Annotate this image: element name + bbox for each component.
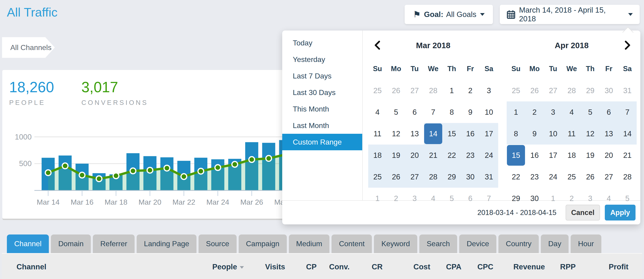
goal-dropdown-button[interactable]: ⚑ Goal: All Goals [405, 5, 493, 24]
calendar-day[interactable]: 6 [600, 101, 618, 123]
calendar-day[interactable]: 20 [600, 145, 618, 166]
calendar-day[interactable]: 25 [368, 80, 387, 101]
conversions-point-mar-17[interactable] [96, 176, 102, 182]
calendar-day[interactable]: 11 [562, 123, 581, 145]
tab-referrer[interactable]: Referrer [93, 234, 134, 253]
calendar-day[interactable]: 24 [544, 166, 562, 188]
column-header-visits[interactable]: Visits [265, 254, 285, 279]
calendar-day[interactable]: 3 [544, 101, 562, 123]
calendar-day[interactable]: 14 [618, 123, 637, 145]
calendar-day[interactable]: 21 [618, 145, 637, 166]
conversions-point-mar-20[interactable] [147, 167, 153, 173]
calendar-day[interactable]: 27 [544, 80, 562, 101]
column-header-cp[interactable]: CP [306, 254, 316, 279]
conversions-point-mar-27[interactable] [266, 156, 272, 161]
calendar-day[interactable]: 16 [461, 123, 480, 145]
tab-country[interactable]: Country [498, 234, 539, 253]
calendar-day[interactable]: 30 [600, 80, 618, 101]
calendar-day[interactable]: 19 [581, 145, 600, 166]
tab-domain[interactable]: Domain [51, 234, 91, 253]
column-header-cr[interactable]: CR [372, 254, 383, 279]
calendar-day[interactable]: 26 [387, 166, 405, 188]
tab-channel[interactable]: Channel [7, 234, 49, 253]
calendar-day-selected[interactable]: 15 [507, 145, 525, 166]
calendar-day[interactable]: 23 [461, 145, 480, 166]
calendar-day[interactable]: 18 [368, 145, 387, 166]
calendar-day[interactable]: 7 [424, 101, 442, 123]
calendar-day[interactable]: 26 [525, 80, 544, 101]
column-header-people[interactable]: People [212, 254, 244, 279]
calendar-day[interactable]: 31 [618, 80, 637, 101]
column-header-cpa[interactable]: CPA [446, 254, 461, 279]
calendar-day[interactable]: 24 [480, 145, 498, 166]
calendar-day[interactable]: 29 [581, 80, 600, 101]
datepicker-preset-custom-range[interactable]: Custom Range [282, 134, 362, 150]
tab-day[interactable]: Day [541, 234, 568, 253]
calendar-day[interactable]: 15 [442, 123, 461, 145]
tab-search[interactable]: Search [419, 234, 457, 253]
calendar-day[interactable]: 8 [442, 101, 461, 123]
next-month-icon[interactable] [622, 40, 632, 51]
datepicker-preset-last-30-days[interactable]: Last 30 Days [282, 84, 362, 101]
calendar-day[interactable]: 9 [461, 101, 480, 123]
calendar-day[interactable]: 22 [507, 166, 525, 188]
tab-content[interactable]: Content [332, 234, 372, 253]
calendar-day[interactable]: 1 [507, 101, 525, 123]
tab-source[interactable]: Source [198, 234, 236, 253]
calendar-day[interactable]: 25 [368, 166, 387, 188]
calendar-day[interactable]: 5 [387, 101, 405, 123]
column-header-channel[interactable]: Channel [16, 254, 46, 279]
column-header-cpc[interactable]: CPC [477, 254, 493, 279]
column-header-rpp[interactable]: RPP [560, 254, 576, 279]
datepicker-preset-today[interactable]: Today [282, 35, 362, 51]
calendar-day[interactable]: 21 [424, 145, 442, 166]
calendar-day[interactable]: 18 [562, 145, 581, 166]
calendar-day[interactable]: 30 [461, 166, 480, 188]
tab-hour[interactable]: Hour [571, 234, 601, 253]
calendar-day[interactable]: 25 [562, 166, 581, 188]
calendar-day[interactable]: 27 [405, 80, 424, 101]
tab-medium[interactable]: Medium [289, 234, 330, 253]
datepicker-preset-yesterday[interactable]: Yesterday [282, 51, 362, 68]
prev-month-icon[interactable] [372, 40, 382, 51]
calendar-day[interactable]: 28 [424, 80, 442, 101]
calendar-day[interactable]: 8 [507, 123, 525, 145]
calendar-day[interactable]: 2 [525, 101, 544, 123]
calendar-day[interactable]: 7 [618, 101, 637, 123]
calendar-day[interactable]: 10 [480, 101, 498, 123]
calendar-day[interactable]: 3 [480, 80, 498, 101]
calendar-day[interactable]: 28 [562, 80, 581, 101]
calendar-day[interactable]: 12 [387, 123, 405, 145]
calendar-day[interactable]: 31 [480, 166, 498, 188]
conversions-point-mar-21[interactable] [164, 165, 170, 171]
tab-keyword[interactable]: Keyword [374, 234, 417, 253]
column-header-cost[interactable]: Cost [413, 254, 430, 279]
cancel-button[interactable]: Cancel [566, 205, 600, 220]
column-header-conv[interactable]: Conv. [329, 254, 350, 279]
datepicker-preset-this-month[interactable]: This Month [282, 101, 362, 117]
datepicker-preset-last-month[interactable]: Last Month [282, 117, 362, 134]
column-header-profit[interactable]: Profit [609, 254, 628, 279]
conversions-point-mar-26[interactable] [249, 157, 255, 162]
calendar-day[interactable]: 26 [581, 166, 600, 188]
calendar-day[interactable]: 23 [525, 166, 544, 188]
breadcrumb[interactable]: All Channels [2, 37, 55, 58]
tab-landing-page[interactable]: Landing Page [137, 234, 197, 253]
calendar-day[interactable]: 17 [544, 145, 562, 166]
calendar-day[interactable]: 16 [525, 145, 544, 166]
calendar-day[interactable]: 22 [442, 145, 461, 166]
calendar-day[interactable]: 25 [507, 80, 525, 101]
calendar-day[interactable]: 4 [562, 101, 581, 123]
tab-device[interactable]: Device [459, 234, 496, 253]
date-range-button[interactable]: March 14, 2018 - April 15, 2018 [500, 5, 640, 24]
calendar-day[interactable]: 6 [405, 101, 424, 123]
calendar-day[interactable]: 27 [600, 166, 618, 188]
conversions-point-mar-18[interactable] [113, 173, 119, 179]
calendar-day[interactable]: 27 [405, 166, 424, 188]
calendar-day[interactable]: 12 [581, 123, 600, 145]
conversions-point-mar-22[interactable] [181, 174, 187, 179]
conversions-point-mar-14[interactable] [46, 170, 51, 175]
calendar-day[interactable]: 28 [424, 166, 442, 188]
calendar-day[interactable]: 4 [368, 101, 387, 123]
calendar-day[interactable]: 11 [368, 123, 387, 145]
